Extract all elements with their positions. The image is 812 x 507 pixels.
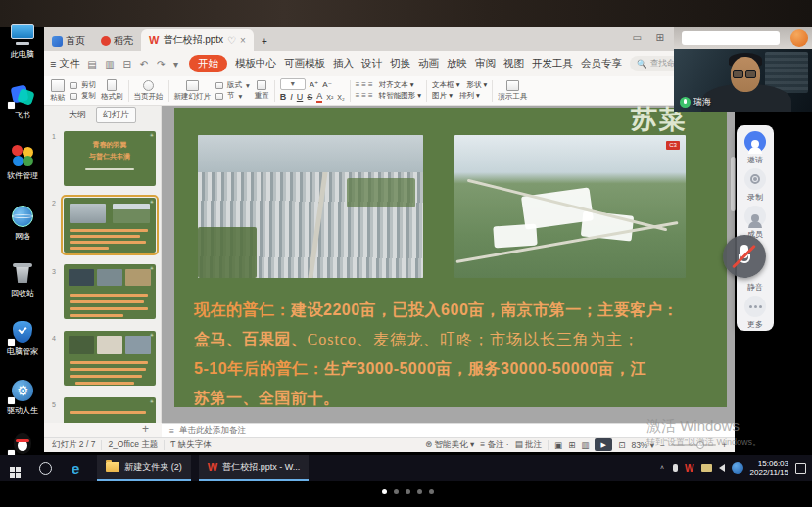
taskbar-clock[interactable]: 15:06:03 2022/11/15 (750, 459, 788, 477)
start-button[interactable] (0, 458, 29, 478)
carousel-dots[interactable] (382, 489, 434, 494)
ribbon-tab-view[interactable]: 视图 (503, 57, 524, 70)
tray-mic-icon[interactable] (673, 464, 678, 472)
shapes-button[interactable]: 形状 ▾ (466, 80, 487, 90)
arrange-button[interactable]: 排列 ▾ (459, 91, 480, 101)
window-layout-icons[interactable]: ▭ ⊞ (632, 32, 670, 43)
ribbon-tab-slideshow[interactable]: 放映 (447, 57, 467, 70)
textbox-button[interactable]: 文本框 ▾ (432, 80, 459, 90)
italic-button[interactable]: I (290, 92, 293, 102)
mute-button[interactable] (723, 235, 766, 278)
tray-folder-icon[interactable] (701, 464, 712, 472)
format-painter-button[interactable]: 格式刷 (101, 79, 123, 102)
underline-button[interactable]: U (297, 92, 304, 102)
desktop-icon-feishu[interactable]: 飞书 (1, 82, 44, 120)
desktop-icon-pc-guard[interactable]: 电脑管家 (1, 319, 44, 357)
smartart-button[interactable]: 转智能图形 ▾ (379, 91, 421, 101)
file-menu[interactable]: ≡文件 (50, 57, 79, 70)
call-panel-handle[interactable] (731, 157, 736, 211)
bold-button[interactable]: B (280, 92, 287, 102)
align-text-button[interactable]: 对齐文本 ▾ (379, 80, 414, 90)
align-buttons[interactable]: ≡≡≡ (356, 81, 375, 89)
slide-thumbnail-2[interactable]: ✳ (64, 198, 156, 253)
paste-button[interactable]: 粘贴 (50, 79, 65, 103)
tray-wps-icon[interactable]: W (685, 463, 693, 474)
slideshow-play-button[interactable]: ▶ (595, 438, 612, 451)
desktop-icon-driver[interactable]: ⚙ 驱动人生 (1, 378, 44, 416)
slide-thumbnail-4[interactable]: ✳ (64, 331, 156, 386)
layout-button[interactable]: 版式 ▾ (215, 80, 250, 90)
tab-docer[interactable]: 稻壳 (93, 31, 141, 51)
desktop-icon-this-pc[interactable]: 此电脑 (1, 22, 44, 60)
font-grow-button[interactable]: A⁺ (310, 80, 319, 89)
ribbon-tab-review[interactable]: 审阅 (475, 57, 496, 70)
slide-thumbnail-5[interactable]: ✳ (64, 397, 156, 423)
font-size-select[interactable]: ▾ (280, 78, 306, 90)
record-button[interactable] (744, 168, 766, 190)
browser-icon[interactable]: e (72, 460, 79, 477)
desktop-icon-network[interactable]: 网络 (1, 204, 44, 242)
play-from-current-button[interactable]: 当页开始 (134, 80, 164, 102)
masterplan-rendering[interactable]: C3 (454, 135, 686, 278)
user-avatar[interactable] (790, 29, 808, 47)
missing-font-warning[interactable]: Ƭ 缺失字体 (170, 439, 212, 451)
taskbar-item-wps[interactable]: W 普仁校招.pptx - W... (199, 455, 309, 481)
current-slide[interactable]: 苏菜 C3 现在的普仁：建设2200亩，已投入600亩，南京市第一；主要客户： … (174, 108, 727, 407)
list-buttons[interactable]: ≡≡≡ (356, 92, 375, 100)
section-button[interactable]: 节 ▾ (215, 91, 250, 101)
reading-view-button[interactable]: ▥ (581, 440, 589, 450)
presentation-tools-button[interactable]: 演示工具 (498, 80, 527, 102)
ribbon-tab-member[interactable]: 会员专享 (581, 57, 622, 70)
tab-slides[interactable]: 幻灯片 (96, 107, 136, 123)
favorite-icon[interactable]: ♡ (227, 35, 236, 46)
subscript-button[interactable]: X₂ (337, 94, 344, 101)
reset-button[interactable]: 重置 (255, 80, 269, 101)
new-tab-button[interactable]: + (254, 31, 275, 51)
normal-view-button[interactable]: ▣ (554, 440, 562, 450)
members-button[interactable] (744, 206, 766, 227)
taskbar-item-folder[interactable]: 新建文件夹 (2) (97, 455, 191, 481)
cortana-search-button[interactable] (39, 462, 52, 475)
copy-button[interactable]: 复制 (70, 91, 96, 101)
volume-icon[interactable] (719, 464, 725, 472)
aerial-farm-photo[interactable] (198, 135, 423, 278)
slide-sorter-view-button[interactable]: ⊞ (568, 440, 575, 450)
ribbon-tab-template-center[interactable]: 模板中心 (235, 57, 276, 70)
tray-expand-icon[interactable]: ＾ (658, 463, 666, 474)
slide-thumbnail-3[interactable]: ✳ (64, 264, 156, 319)
tab-home[interactable]: 首页 (44, 31, 93, 51)
fit-slide-button[interactable]: ⊡ (618, 440, 625, 450)
desktop-icon-software-manager[interactable]: 软件管理 (1, 143, 44, 181)
ribbon-tab-design[interactable]: 设计 (361, 57, 382, 70)
strikethrough-button[interactable]: S (307, 92, 312, 102)
tray-app-icon[interactable] (732, 462, 743, 474)
notes-toggle-button[interactable]: ≡ 备注 · (480, 439, 509, 451)
ribbon-tab-start[interactable]: 开始 (189, 55, 227, 72)
tab-outline[interactable]: 大纲 (69, 109, 86, 121)
ribbon-tab-insert[interactable]: 插入 (333, 57, 354, 70)
new-slide-button[interactable]: 新建幻灯片 (174, 80, 212, 102)
new-slide-inline-button[interactable]: + (142, 422, 149, 436)
font-shrink-button[interactable]: A⁻ (322, 80, 332, 89)
superscript-button[interactable]: X² (326, 94, 333, 101)
ribbon-tab-transition[interactable]: 切换 (390, 57, 410, 70)
comments-button[interactable]: ▤ 批注 (515, 439, 542, 451)
ribbon-tab-animation[interactable]: 动画 (418, 57, 439, 70)
tab-document[interactable]: W 普仁校招.pptx ♡ × (141, 29, 254, 51)
slide-thumbnail-1[interactable]: ✳ 青春的羽翼 与普仁共丰满 2022.11.15 (64, 131, 156, 186)
quick-access-toolbar[interactable]: ▤ ▥ ⊟ ↶ ↷ ▾ (87, 59, 181, 69)
ribbon-tab-dev-tools[interactable]: 开发工具 (532, 57, 573, 70)
font-color-button[interactable]: A (316, 91, 322, 103)
beautify-button[interactable]: ⊛ 智能美化 ▾ (425, 439, 474, 451)
theme-name[interactable]: 2_Office 主题 (108, 439, 158, 451)
invite-button[interactable] (744, 131, 766, 153)
ribbon-tab-canva[interactable]: 可画模板 (284, 57, 325, 70)
slide-body-text[interactable]: 现在的普仁：建设2200亩，已投入600亩，南京市第一；主要客户： 盒马、百果园… (194, 296, 715, 413)
cut-button[interactable]: 剪切 (70, 80, 96, 90)
picture-button[interactable]: 图片 ▾ (432, 91, 453, 101)
more-button[interactable] (744, 296, 766, 317)
close-tab-icon[interactable]: × (240, 35, 246, 46)
webcam-video[interactable]: 瑞海 (674, 49, 812, 112)
action-center-icon[interactable] (795, 463, 806, 474)
desktop-icon-recycle-bin[interactable]: 回收站 (1, 260, 44, 299)
